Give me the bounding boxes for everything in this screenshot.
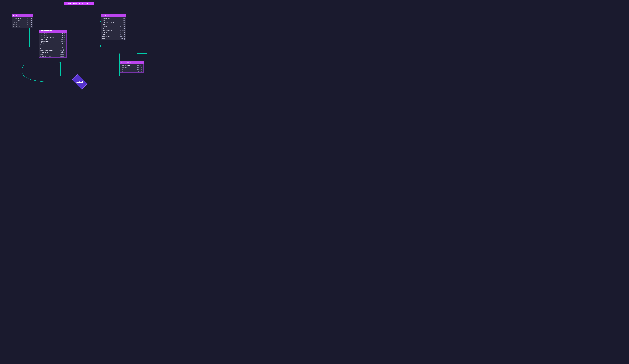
departments-body: departmentIdNumber deptnameString aboutS… xyxy=(120,64,144,73)
table-row: doctorNameString xyxy=(101,17,126,19)
doctors-header: DOCTORS xyxy=(101,14,126,17)
table-row: phoneNoString xyxy=(101,25,126,28)
table-row: isAvailableBoolean xyxy=(101,36,126,38)
table-row: patientFirstNameString xyxy=(39,37,66,39)
table-row: statusBoolean xyxy=(101,32,126,34)
table-row: first_nameString xyxy=(12,17,33,19)
svg-line-9 xyxy=(100,21,101,22)
table-row: emailString xyxy=(101,19,126,21)
users-header: USERS xyxy=(12,14,33,17)
appointments-table: APPOINTMENTS patientIdString doctorIdStr… xyxy=(39,29,67,58)
svg-line-24 xyxy=(60,62,61,63)
doctors-body: doctorNameString emailString qualificati… xyxy=(101,17,126,40)
table-row: deptnameString xyxy=(120,66,144,68)
table-row: PasswordString xyxy=(12,25,33,28)
table-row: last_nameString xyxy=(12,19,33,21)
users-body: first_nameString last_nameString EmailSt… xyxy=(12,17,33,28)
svg-line-29 xyxy=(119,54,120,54)
table-row: paymentStatusBoolean xyxy=(39,55,66,57)
table-row: experienceString xyxy=(101,23,126,25)
table-row: patientIdString xyxy=(39,33,66,35)
table-row: departmentIdNumber xyxy=(120,64,144,66)
departments-table: DEPARTMENTS departmentIdNumber deptnameS… xyxy=(120,61,144,73)
diagram-container: MEDISTAR HOSPITALS USERS first_nameStrin… xyxy=(0,0,157,91)
admin-entity: ADMIN xyxy=(71,77,88,87)
table-row: appointmentDateString xyxy=(39,49,66,51)
table-row: aboutString xyxy=(120,68,144,70)
table-row: datesArray xyxy=(101,38,126,40)
table-row: departmentIdNumber xyxy=(101,30,126,32)
table-row: docFirstNameString xyxy=(39,39,66,41)
svg-line-23 xyxy=(60,62,60,63)
table-row: imageString xyxy=(120,70,144,73)
table-row: EmailString xyxy=(12,21,33,23)
table-row: cityType xyxy=(101,28,126,30)
appointments-header: APPOINTMENTS xyxy=(39,29,67,32)
svg-line-12 xyxy=(100,46,101,47)
admin-label: ADMIN xyxy=(76,81,83,83)
title-banner: MEDISTAR HOSPITALS xyxy=(64,2,94,5)
table-row: genderType xyxy=(39,43,66,45)
svg-line-30 xyxy=(120,54,120,54)
table-row: doctorIdString xyxy=(39,35,66,37)
table-row: createdAtBoolean xyxy=(39,51,66,53)
table-row: problemDescriptionBoolean xyxy=(39,47,66,49)
table-row: addressNumber xyxy=(39,45,66,47)
users-table: USERS first_nameString last_nameString E… xyxy=(12,14,33,28)
table-row: MobileString xyxy=(12,23,33,25)
table-row: ageOfPatientString xyxy=(39,41,66,43)
svg-line-8 xyxy=(100,20,101,21)
table-row: qualificationsString xyxy=(101,21,126,23)
appointments-body: patientIdString doctorIdString patientFi… xyxy=(39,32,67,58)
departments-header: DEPARTMENTS xyxy=(120,61,144,64)
table-row: statusBoolean xyxy=(39,53,66,55)
table-row: imageString xyxy=(101,34,126,36)
doctors-table: DOCTORS doctorNameString emailString qua… xyxy=(101,14,126,40)
svg-line-11 xyxy=(100,45,101,46)
